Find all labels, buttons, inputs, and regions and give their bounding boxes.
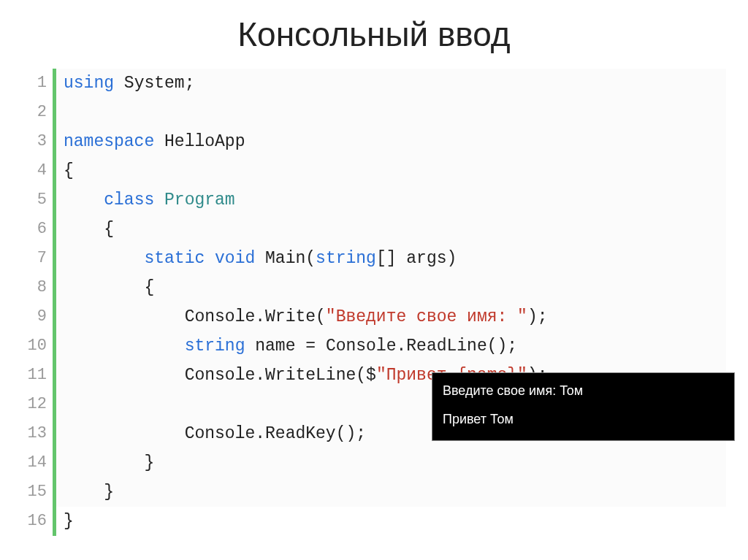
code-line: 14 }: [22, 448, 726, 477]
code-text: using System;: [56, 69, 726, 98]
code-line: 15 }: [22, 477, 726, 507]
line-number: 11: [22, 361, 53, 390]
code-block: 1using System;23namespace HelloApp4{5 cl…: [22, 69, 726, 536]
line-number: 16: [22, 507, 53, 536]
code-text: }: [56, 507, 726, 536]
code-line: 1using System;: [22, 69, 726, 98]
code-line: 16}: [22, 507, 726, 536]
code-text: }: [56, 477, 726, 507]
line-number: 5: [22, 185, 53, 215]
line-number: 6: [22, 215, 53, 244]
code-text: {: [56, 156, 726, 185]
line-number: 8: [22, 273, 53, 302]
console-line-2: Привет Том: [443, 412, 724, 427]
code-line: 10 string name = Console.ReadLine();: [22, 331, 726, 361]
line-number: 4: [22, 156, 53, 185]
line-number: 3: [22, 127, 53, 156]
code-line: 2: [22, 98, 726, 127]
code-line: 6 {: [22, 215, 726, 244]
line-number: 1: [22, 69, 53, 98]
line-number: 12: [22, 390, 53, 419]
code-line: 8 {: [22, 273, 726, 302]
slide-title: Консольный ввод: [0, 0, 748, 69]
code-text: {: [56, 273, 726, 302]
code-line: 7 static void Main(string[] args): [22, 244, 726, 273]
code-text: [56, 98, 726, 127]
line-number: 10: [22, 331, 53, 361]
line-number: 14: [22, 448, 53, 477]
line-number: 7: [22, 244, 53, 273]
code-text: string name = Console.ReadLine();: [56, 331, 726, 361]
code-text: }: [56, 448, 726, 477]
line-number: 15: [22, 477, 53, 507]
line-number: 13: [22, 419, 53, 448]
code-text: namespace HelloApp: [56, 127, 726, 156]
code-line: 9 Console.Write("Введите свое имя: ");: [22, 302, 726, 331]
code-line: 4{: [22, 156, 726, 185]
code-text: static void Main(string[] args): [56, 244, 726, 273]
code-text: Console.Write("Введите свое имя: ");: [56, 302, 726, 331]
slide: Консольный ввод 1using System;23namespac…: [0, 0, 748, 560]
console-line-1: Введите свое имя: Том: [443, 383, 724, 399]
code-line: 3namespace HelloApp: [22, 127, 726, 156]
line-number: 2: [22, 98, 53, 127]
code-text: {: [56, 215, 726, 244]
console-output: Введите свое имя: Том Привет Том: [432, 372, 735, 441]
code-text: class Program: [56, 185, 726, 215]
line-number: 9: [22, 302, 53, 331]
code-line: 5 class Program: [22, 185, 726, 215]
